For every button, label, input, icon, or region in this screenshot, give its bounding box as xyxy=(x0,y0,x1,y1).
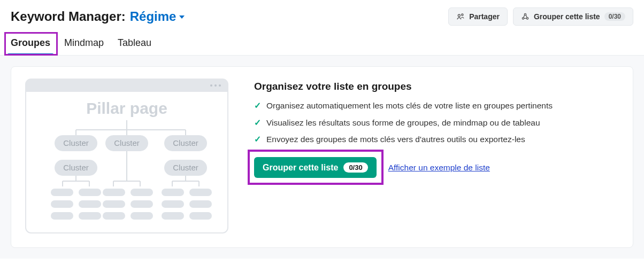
svg-rect-44 xyxy=(103,189,125,196)
chevron-down-icon xyxy=(179,15,185,19)
page-header: Keyword Manager: Régime Partager Grouper… xyxy=(0,0,644,31)
svg-rect-53 xyxy=(189,200,212,208)
svg-text:Cluster: Cluster xyxy=(173,163,198,172)
svg-rect-7 xyxy=(26,86,228,92)
panel-heading: Organisez votre liste en groupes xyxy=(254,81,619,92)
group-list-button[interactable]: Grouper cette liste 0/30 xyxy=(254,157,377,178)
cluster-icon xyxy=(521,12,530,21)
svg-rect-52 xyxy=(162,200,184,208)
svg-rect-51 xyxy=(189,189,212,196)
svg-rect-41 xyxy=(79,200,101,208)
svg-point-8 xyxy=(210,84,212,87)
share-label: Partager xyxy=(469,12,500,21)
cta-count: 0/30 xyxy=(343,162,367,173)
svg-text:Cluster: Cluster xyxy=(63,138,89,147)
title-prefix: Keyword Manager: xyxy=(11,9,126,24)
tab-mindmap[interactable]: Mindmap xyxy=(64,31,104,55)
list-selector[interactable]: Régime xyxy=(130,9,185,24)
info-section: Organisez votre liste en groupes ✓ Organ… xyxy=(254,79,619,178)
svg-rect-42 xyxy=(51,212,73,220)
svg-point-2 xyxy=(524,13,526,15)
svg-point-0 xyxy=(458,14,460,17)
example-list-link[interactable]: Afficher un exemple de liste xyxy=(388,163,490,173)
svg-rect-39 xyxy=(79,189,101,196)
check-icon: ✓ xyxy=(254,134,261,145)
group-count-header: 0/30 xyxy=(604,12,625,21)
content-area: Pillar page Cluster Cluster Cluster Clus… xyxy=(0,56,644,259)
check-icon: ✓ xyxy=(254,100,261,112)
svg-rect-48 xyxy=(103,212,125,220)
cta-label: Grouper cette liste xyxy=(263,163,338,173)
benefit-item: ✓ Organisez automatiquement les mots clé… xyxy=(254,100,619,112)
svg-rect-38 xyxy=(51,189,73,196)
benefit-text: Organisez automatiquement les mots clés … xyxy=(266,100,553,112)
check-icon: ✓ xyxy=(254,117,261,129)
group-label-header: Grouper cette liste xyxy=(534,12,600,21)
benefits-list: ✓ Organisez automatiquement les mots clé… xyxy=(254,100,619,145)
illustration: Pillar page Cluster Cluster Cluster Clus… xyxy=(25,79,228,236)
tab-tableau[interactable]: Tableau xyxy=(118,31,151,55)
svg-rect-50 xyxy=(162,189,184,196)
svg-rect-40 xyxy=(51,200,73,208)
group-list-button-header[interactable]: Grouper cette liste 0/30 xyxy=(513,7,633,26)
tabs: Groupes Mindmap Tableau xyxy=(0,31,644,56)
benefit-item: ✓ Envoyez des groupes de mots clés vers … xyxy=(254,134,619,145)
benefit-text: Envoyez des groupes de mots clés vers d'… xyxy=(266,134,525,145)
share-button[interactable]: Partager xyxy=(448,7,508,26)
svg-point-1 xyxy=(462,14,463,15)
list-name: Régime xyxy=(130,9,177,24)
benefit-text: Visualisez les résultats sous forme de g… xyxy=(266,117,540,129)
svg-text:Cluster: Cluster xyxy=(114,138,140,147)
svg-point-9 xyxy=(214,84,217,87)
svg-text:Cluster: Cluster xyxy=(63,163,89,172)
svg-rect-45 xyxy=(131,189,153,196)
svg-rect-54 xyxy=(162,212,184,220)
svg-text:Cluster: Cluster xyxy=(173,138,198,147)
benefit-item: ✓ Visualisez les résultats sous forme de… xyxy=(254,117,619,129)
svg-rect-55 xyxy=(189,212,212,220)
svg-rect-49 xyxy=(131,212,153,220)
page-title: Keyword Manager: Régime xyxy=(11,9,185,24)
empty-state-panel: Pillar page Cluster Cluster Cluster Clus… xyxy=(11,66,633,248)
share-icon xyxy=(456,12,465,21)
svg-rect-46 xyxy=(103,200,125,208)
cta-row: Grouper cette liste 0/30 Afficher un exe… xyxy=(254,157,619,178)
pillar-label: Pillar page xyxy=(86,99,167,117)
svg-rect-47 xyxy=(131,200,153,208)
svg-rect-43 xyxy=(79,212,101,220)
svg-point-10 xyxy=(219,84,221,87)
header-actions: Partager Grouper cette liste 0/30 xyxy=(448,7,633,26)
tab-groupes[interactable]: Groupes xyxy=(11,31,50,55)
